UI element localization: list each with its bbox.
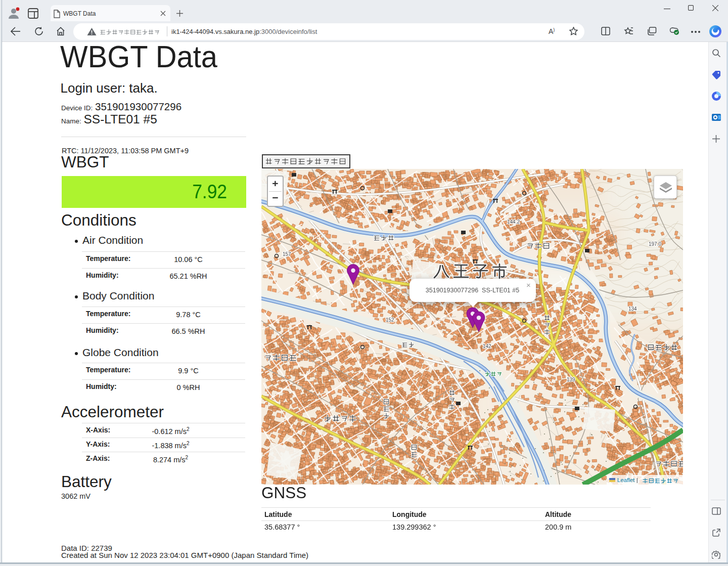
svg-text:134: 134 [628,306,637,312]
svg-text:197.0: 197.0 [649,241,661,247]
svg-text:142: 142 [483,343,491,349]
svg-text:139: 139 [567,377,575,382]
svg-text:157: 157 [283,251,291,257]
svg-text:144.2: 144.2 [507,219,520,225]
svg-text:152: 152 [386,317,394,323]
